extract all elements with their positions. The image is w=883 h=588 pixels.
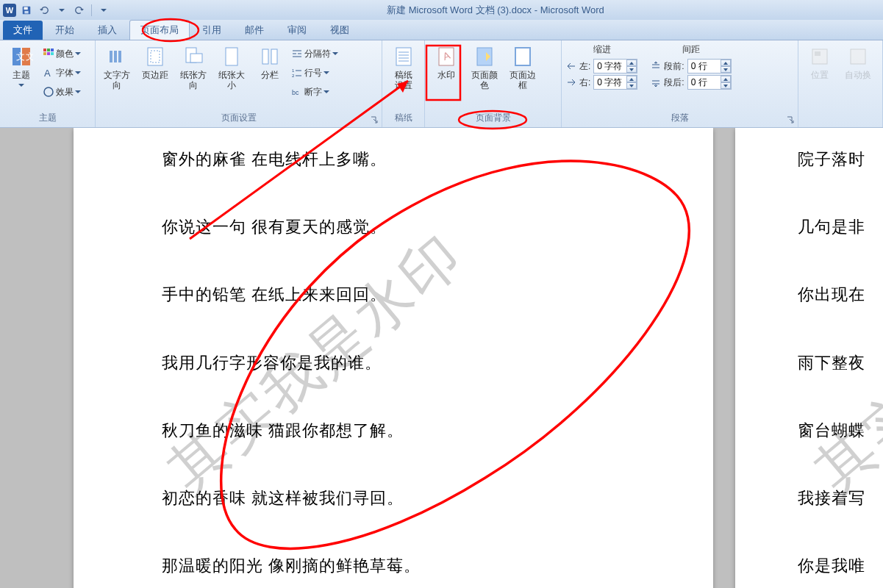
svg-rect-21 <box>190 54 202 62</box>
text-line[interactable]: 窗台蝴蝶 <box>798 414 883 448</box>
group-writing-paper: 稿纸 设置 稿纸 <box>382 40 425 127</box>
tab-home[interactable]: 开始 <box>44 20 85 40</box>
hyphenation-button[interactable]: bc断字 <box>291 83 338 101</box>
text-direction-button[interactable]: 文字方向 <box>100 43 134 92</box>
text-line[interactable]: 你出现在 <box>798 278 883 312</box>
theme-colors-button[interactable]: 颜色 <box>43 45 81 62</box>
tab-file[interactable]: 文件 <box>3 21 43 40</box>
text-line[interactable]: 雨下整夜 <box>798 346 883 380</box>
svg-text:bc: bc <box>292 89 299 96</box>
writing-paper-icon <box>392 45 415 68</box>
svg-rect-11 <box>47 52 50 55</box>
page-setup-launcher-icon[interactable] <box>370 115 379 124</box>
redo-icon[interactable] <box>72 3 87 18</box>
indent-header: 缩进 <box>566 43 637 56</box>
page-2-content[interactable]: 院子落时 几句是非 你出现在 雨下整夜 窗台蝴蝶 我接着写 你是我唯 <box>798 143 883 588</box>
tab-mailings[interactable]: 邮件 <box>234 20 275 40</box>
wrap-text-icon <box>846 45 870 68</box>
svg-rect-24 <box>271 49 277 64</box>
spacing-after-icon <box>651 77 661 87</box>
svg-rect-28 <box>396 48 411 65</box>
theme-fonts-button[interactable]: A字体 <box>43 64 81 82</box>
svg-text:文: 文 <box>26 51 33 62</box>
group-arrange-label <box>803 123 878 127</box>
tab-review[interactable]: 审阅 <box>276 20 318 40</box>
svg-rect-23 <box>262 49 268 64</box>
group-page-setup-label: 页面设置 <box>100 110 377 127</box>
indent-right-spinner[interactable] <box>626 76 637 89</box>
line-numbers-button[interactable]: 12行号 <box>291 64 338 82</box>
qat-customize-icon[interactable] <box>96 3 111 18</box>
breaks-button[interactable]: 分隔符 <box>291 45 338 62</box>
indent-right-icon <box>566 77 576 87</box>
page-border-button[interactable]: 页面边框 <box>506 43 540 92</box>
text-line[interactable]: 我用几行字形容你是我的谁。 <box>162 346 654 380</box>
text-line[interactable]: 我接着写 <box>798 481 883 515</box>
wrap-text-button: 自动换 <box>841 43 875 82</box>
document-area[interactable]: 其实我是水印 窗外的麻雀 在电线杆上多嘴。 你说这一句 很有夏天的感觉。 手中的… <box>0 128 883 588</box>
svg-rect-12 <box>51 52 54 55</box>
paragraph-launcher-icon[interactable] <box>786 115 795 124</box>
document-page-2[interactable]: 其实我是水印 院子落时 几句是非 你出现在 雨下整夜 窗台蝴蝶 我接着写 你是我… <box>735 128 883 588</box>
svg-text:1: 1 <box>292 68 295 73</box>
ribbon-tabs: 文件 开始 插入 页面布局 引用 邮件 审阅 视图 <box>0 20 883 40</box>
svg-rect-15 <box>110 51 112 62</box>
text-line[interactable]: 几句是非 <box>798 210 883 244</box>
tab-view[interactable]: 视图 <box>319 20 360 40</box>
columns-icon <box>258 45 282 68</box>
spacing-after-spinner[interactable] <box>721 76 731 89</box>
group-page-setup: 文字方向 页边距 纸张方向 纸张大小 分栏 分隔符 12行号 bc断字 页面设置 <box>96 40 382 127</box>
page-color-button[interactable]: 页面颜色 <box>468 43 501 92</box>
page-1-content[interactable]: 窗外的麻雀 在电线杆上多嘴。 你说这一句 很有夏天的感觉。 手中的铅笔 在纸上来… <box>162 143 654 588</box>
svg-text:A: A <box>44 68 51 79</box>
window-title: 新建 Microsoft Word 文档 (3).docx - Microsof… <box>111 4 880 17</box>
svg-rect-7 <box>43 49 46 51</box>
size-button[interactable]: 纸张大小 <box>215 43 249 92</box>
text-line[interactable]: 手中的铅笔 在纸上来来回回。 <box>162 278 654 312</box>
spacing-before-spinner[interactable] <box>721 60 731 73</box>
text-line[interactable]: 院子落时 <box>798 143 883 176</box>
undo-icon[interactable] <box>37 3 51 18</box>
text-line[interactable]: 你是我唯 <box>798 549 883 583</box>
text-line[interactable]: 初恋的香味 就这样被我们寻回。 <box>162 481 654 515</box>
orientation-button[interactable]: 纸张方向 <box>176 43 210 92</box>
document-page-1[interactable]: 其实我是水印 窗外的麻雀 在电线杆上多嘴。 你说这一句 很有夏天的感觉。 手中的… <box>74 128 713 588</box>
ribbon: 文文 主题 颜色 A字体 效果 主题 文字方向 页边距 纸张方向 纸张大小 分栏… <box>0 40 883 128</box>
group-paragraph: 缩进 左: 右: 间距 段前: 段后: 段落 <box>562 40 798 127</box>
breaks-icon <box>291 48 303 60</box>
group-writing-paper-label: 稿纸 <box>387 110 420 127</box>
svg-rect-8 <box>47 49 50 51</box>
theme-label: 主题 <box>12 70 30 90</box>
position-icon <box>808 45 832 68</box>
svg-rect-32 <box>515 48 530 65</box>
tab-references[interactable]: 引用 <box>191 20 232 40</box>
text-line[interactable]: 那温暖的阳光 像刚摘的鲜艳草莓。 <box>162 549 654 583</box>
group-page-background: A水印 页面颜色 页面边框 页面背景 <box>425 40 562 127</box>
svg-rect-35 <box>851 49 865 64</box>
page-color-icon <box>473 45 496 68</box>
group-theme: 文文 主题 颜色 A字体 效果 主题 <box>0 40 96 127</box>
undo-dropdown-icon[interactable] <box>54 3 69 18</box>
svg-rect-2 <box>24 10 28 13</box>
tab-insert[interactable]: 插入 <box>87 20 128 40</box>
theme-effects-button[interactable]: 效果 <box>43 83 81 101</box>
indent-left-spinner[interactable] <box>626 60 637 73</box>
writing-paper-button[interactable]: 稿纸 设置 <box>387 43 420 92</box>
tab-page-layout[interactable]: 页面布局 <box>129 20 190 40</box>
text-line[interactable]: 窗外的麻雀 在电线杆上多嘴。 <box>162 143 654 176</box>
svg-point-14 <box>44 87 53 96</box>
text-line[interactable]: 秋刀鱼的滋味 猫跟你都想了解。 <box>162 414 654 448</box>
margins-button[interactable]: 页边距 <box>138 43 172 82</box>
save-icon[interactable] <box>19 3 34 18</box>
text-direction-icon <box>105 45 129 68</box>
theme-button[interactable]: 文文 主题 <box>4 43 38 92</box>
watermark-button[interactable]: A水印 <box>429 43 463 82</box>
svg-rect-17 <box>118 51 121 62</box>
group-theme-label: 主题 <box>4 110 90 127</box>
text-line[interactable]: 你说这一句 很有夏天的感觉。 <box>162 210 654 244</box>
svg-rect-1 <box>24 7 28 10</box>
svg-rect-22 <box>226 48 237 65</box>
fonts-icon: A <box>43 67 54 79</box>
columns-button[interactable]: 分栏 <box>253 43 287 82</box>
theme-icon: 文文 <box>10 45 33 68</box>
